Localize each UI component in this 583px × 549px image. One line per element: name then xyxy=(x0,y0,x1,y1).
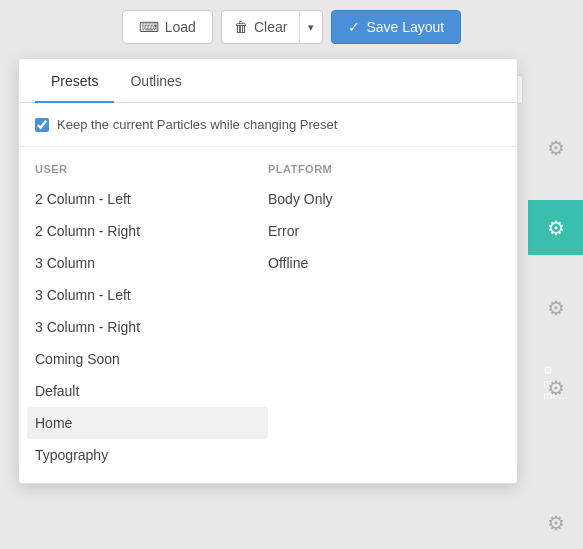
tab-outlines-label: Outlines xyxy=(130,73,181,89)
platform-column-header: PLATFORM xyxy=(268,159,501,183)
platform-column: PLATFORM Body Only Error Offline xyxy=(268,147,501,483)
preset-item-coming-soon[interactable]: Coming Soon xyxy=(35,343,268,375)
checkmark-icon: ✓ xyxy=(348,19,360,35)
gear-icon-1: ⚙ xyxy=(528,120,583,175)
user-column: USER 2 Column - Left 2 Column - Right 3 … xyxy=(35,147,268,483)
presets-panel: Presets Outlines Keep the current Partic… xyxy=(18,58,518,484)
preset-item-default[interactable]: Default xyxy=(35,375,268,407)
keep-particles-label: Keep the current Particles while changin… xyxy=(57,117,337,132)
chevron-down-icon: ▾ xyxy=(308,21,314,34)
clear-button[interactable]: 🗑 Clear xyxy=(221,10,299,44)
preset-item-2col-left[interactable]: 2 Column - Left xyxy=(35,183,268,215)
gear-icon-4: ⚙ xyxy=(528,360,583,415)
gear-icon-2: ⚙ xyxy=(528,200,583,255)
preset-item-3col-left[interactable]: 3 Column - Left xyxy=(35,279,268,311)
gear-teal-5: ⚙ xyxy=(528,497,583,549)
preset-item-error[interactable]: Error xyxy=(268,215,501,247)
save-label: Save Layout xyxy=(366,19,444,35)
clear-label: Clear xyxy=(254,19,287,35)
preset-item-home[interactable]: Home xyxy=(27,407,268,439)
preset-item-offline[interactable]: Offline xyxy=(268,247,501,279)
preset-columns: USER 2 Column - Left 2 Column - Right 3 … xyxy=(19,147,517,483)
keep-particles-checkbox[interactable] xyxy=(35,118,49,132)
user-column-header: USER xyxy=(35,159,268,183)
clear-dropdown-button[interactable]: ▾ xyxy=(299,10,323,44)
preset-item-3col-right[interactable]: 3 Column - Right xyxy=(35,311,268,343)
preset-item-typography[interactable]: Typography xyxy=(35,439,268,471)
preset-item-3col[interactable]: 3 Column xyxy=(35,247,268,279)
preset-item-2col-right[interactable]: 2 Column - Right xyxy=(35,215,268,247)
clear-button-group: 🗑 Clear ▾ xyxy=(221,10,323,44)
load-button[interactable]: ⌨ Load xyxy=(122,10,213,44)
trash-icon: 🗑 xyxy=(234,19,248,35)
keep-particles-row: Keep the current Particles while changin… xyxy=(19,103,517,147)
preset-item-body-only[interactable]: Body Only xyxy=(268,183,501,215)
tab-outlines[interactable]: Outlines xyxy=(114,59,197,103)
save-layout-button[interactable]: ✓ Save Layout xyxy=(331,10,461,44)
tab-presets[interactable]: Presets xyxy=(35,59,114,103)
load-icon: ⌨ xyxy=(139,19,159,35)
toolbar: ⌨ Load 🗑 Clear ▾ ✓ Save Layout xyxy=(0,0,583,54)
tab-bar: Presets Outlines xyxy=(19,59,517,103)
load-label: Load xyxy=(165,19,196,35)
gear-icon-3: ⚙ xyxy=(528,280,583,335)
tab-presets-label: Presets xyxy=(51,73,98,89)
